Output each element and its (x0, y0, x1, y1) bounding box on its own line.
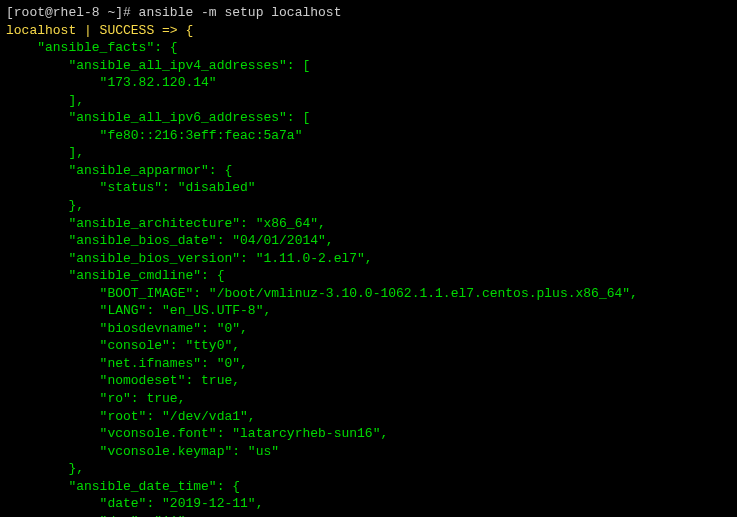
json-output-line: "ansible_all_ipv6_addresses": [ (6, 110, 310, 125)
terminal-output[interactable]: [root@rhel-8 ~]# ansible -m setup localh… (6, 4, 731, 517)
json-output-line: "fe80::216:3eff:feac:5a7a" (6, 128, 302, 143)
json-output-line: "173.82.120.14" (6, 75, 217, 90)
shell-prompt: [root@rhel-8 ~]# ansible -m setup localh… (6, 5, 341, 20)
json-output-line: "ansible_date_time": { (6, 479, 240, 494)
json-output-line: "root": "/dev/vda1", (6, 409, 256, 424)
json-output-line: "BOOT_IMAGE": "/boot/vmlinuz-3.10.0-1062… (6, 286, 638, 301)
json-output-line: "ansible_all_ipv4_addresses": [ (6, 58, 310, 73)
json-output-line: "ansible_bios_version": "1.11.0-2.el7", (6, 251, 373, 266)
json-output-line: "ansible_cmdline": { (6, 268, 224, 283)
json-output-line: "date": "2019-12-11", (6, 496, 263, 511)
json-output-line: "status": "disabled" (6, 180, 256, 195)
json-output-line: "ansible_architecture": "x86_64", (6, 216, 326, 231)
json-output-line: "LANG": "en_US.UTF-8", (6, 303, 271, 318)
json-output-line: "biosdevname": "0", (6, 321, 248, 336)
json-output-line: "console": "tty0", (6, 338, 240, 353)
json-output-line: ], (6, 93, 84, 108)
json-output-line: "ansible_apparmor": { (6, 163, 232, 178)
json-output-line: "vconsole.font": "latarcyrheb-sun16", (6, 426, 388, 441)
json-output-line: }, (6, 461, 84, 476)
json-output-line: "nomodeset": true, (6, 373, 240, 388)
json-output-line: }, (6, 198, 84, 213)
json-output-line: ], (6, 145, 84, 160)
json-output-line: "ro": true, (6, 391, 185, 406)
json-output-line: "ansible_facts": { (6, 40, 178, 55)
json-output-line: "vconsole.keymap": "us" (6, 444, 279, 459)
json-output-line: "net.ifnames": "0", (6, 356, 248, 371)
json-output-line: "ansible_bios_date": "04/01/2014", (6, 233, 334, 248)
ansible-success-header: localhost | SUCCESS => { (6, 23, 193, 38)
